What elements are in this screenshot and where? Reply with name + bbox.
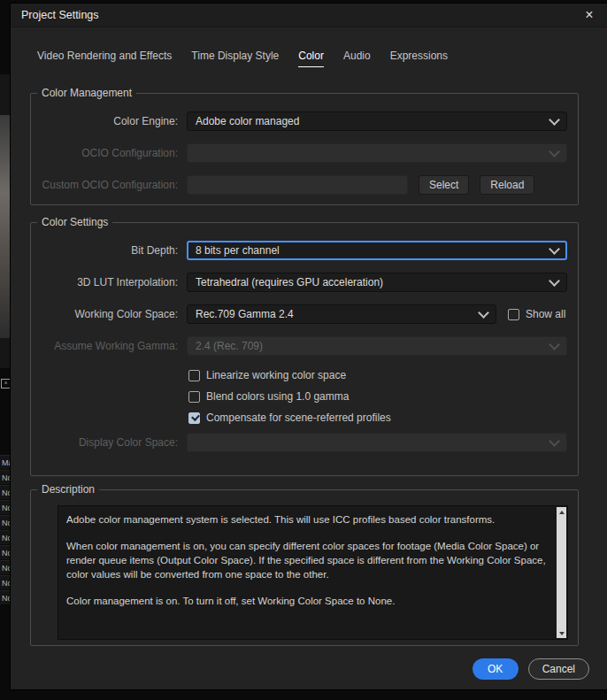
background-text-fragment: Ma [0, 455, 11, 469]
background-tiny-icon: × [1, 379, 11, 388]
description-scrollbar[interactable] [557, 507, 566, 638]
lut-interpolation-value: Tetrahedral (requires GPU acceleration) [196, 276, 383, 288]
show-all-checkbox[interactable] [508, 309, 519, 320]
tab-video-rendering[interactable]: Video Rendering and Effects [37, 50, 172, 67]
background-app-strip: × Ma No No No No No No No No No [0, 0, 11, 700]
linearize-checkbox[interactable] [188, 370, 200, 381]
tab-audio[interactable]: Audio [343, 50, 371, 67]
chevron-down-icon [549, 339, 560, 350]
description-textarea: Adobe color management system is selecte… [58, 505, 568, 640]
tab-color[interactable]: Color [298, 50, 324, 67]
assume-gamma-dropdown: 2.4 (Rec. 709) [187, 336, 567, 356]
background-text-fragment: No [0, 530, 11, 544]
background-text-fragment: No [0, 485, 11, 499]
bit-depth-dropdown[interactable]: 8 bits per channel [187, 241, 567, 260]
background-text-fragment: No [0, 500, 11, 514]
background-text-fragment: No [0, 515, 11, 529]
select-button[interactable]: Select [419, 175, 469, 195]
tab-time-display[interactable]: Time Display Style [191, 50, 279, 67]
screen: × Ma No No No No No No No No No Project … [0, 0, 607, 700]
tab-expressions[interactable]: Expressions [390, 50, 448, 67]
scrollbar-thumb[interactable] [557, 517, 566, 628]
assume-gamma-row: Assume Working Gamma: 2.4 (Rec. 709) [31, 336, 567, 356]
chevron-down-icon [549, 275, 560, 287]
chevron-down-icon [549, 243, 560, 255]
description-paragraph: When color management is on, you can spe… [66, 539, 549, 581]
working-color-space-row: Working Color Space: Rec.709 Gamma 2.4 S… [31, 304, 567, 324]
lut-interpolation-dropdown[interactable]: Tetrahedral (requires GPU acceleration) [187, 273, 567, 292]
description-paragraph: Adobe color management system is selecte… [66, 512, 549, 527]
chevron-down-icon [549, 114, 560, 126]
color-engine-dropdown[interactable]: Adobe color managed [187, 112, 567, 131]
working-color-space-value: Rec.709 Gamma 2.4 [196, 308, 294, 320]
linearize-label: Linearize working color space [206, 369, 346, 381]
ocio-config-dropdown [187, 143, 567, 163]
blend-gamma-option: Blend colors using 1.0 gamma [188, 389, 578, 404]
tab-bar: Video Rendering and Effects Time Display… [37, 50, 448, 67]
project-settings-dialog: Project Settings × Video Rendering and E… [11, 4, 607, 689]
linearize-option: Linearize working color space [188, 368, 578, 382]
assume-gamma-label: Assume Working Gamma: [31, 340, 178, 352]
group-legend: Description [37, 483, 99, 496]
display-color-space-dropdown [187, 433, 567, 452]
chevron-down-icon [478, 307, 489, 319]
description-paragraph: Color management is on. To turn it off, … [66, 594, 549, 608]
lut-interpolation-row: 3D LUT Interpolation: Tetrahedral (requi… [31, 273, 567, 292]
blend-gamma-label: Blend colors using 1.0 gamma [206, 390, 349, 403]
lut-interpolation-label: 3D LUT Interpolation: [31, 276, 178, 288]
color-management-group: Color Management Color Engine: Adobe col… [30, 93, 579, 205]
chevron-down-icon [549, 435, 560, 447]
working-color-space-label: Working Color Space: [31, 308, 178, 320]
ok-button[interactable]: OK [473, 658, 519, 680]
scroll-up-arrow-icon[interactable] [557, 507, 566, 517]
display-color-space-row: Display Color Space: [31, 433, 567, 452]
assume-gamma-value: 2.4 (Rec. 709) [196, 340, 263, 352]
dialog-title: Project Settings [21, 9, 99, 21]
reload-button[interactable]: Reload [480, 175, 534, 195]
bit-depth-row: Bit Depth: 8 bits per channel [31, 241, 567, 260]
compensate-label: Compensate for scene-referred profiles [206, 412, 391, 424]
bit-depth-label: Bit Depth: [31, 244, 178, 257]
custom-ocio-input [187, 175, 408, 195]
background-text-fragment: No [0, 560, 11, 574]
background-image-sliver [0, 115, 11, 338]
background-text-fragment: No [0, 470, 11, 484]
color-engine-label: Color Engine: [31, 115, 178, 127]
working-color-space-dropdown[interactable]: Rec.709 Gamma 2.4 [187, 304, 496, 324]
background-text-fragment: No [0, 545, 11, 559]
group-legend: Color Management [37, 87, 136, 99]
display-color-space-label: Display Color Space: [31, 436, 178, 449]
compensate-checkbox[interactable] [188, 412, 200, 424]
description-group: Description Adobe color management syste… [30, 489, 579, 646]
custom-ocio-label: Custom OCIO Configuration: [31, 179, 178, 191]
color-engine-value: Adobe color managed [196, 115, 299, 127]
show-all-label: Show all [526, 308, 565, 320]
bit-depth-value: 8 bits per channel [196, 244, 280, 257]
close-icon[interactable]: × [580, 8, 598, 22]
ocio-config-row: OCIO Configuration: [31, 143, 567, 163]
title-bar: Project Settings × [11, 4, 607, 27]
color-engine-row: Color Engine: Adobe color managed [31, 112, 567, 131]
dialog-footer: OK Cancel [473, 658, 589, 680]
background-text-fragment: No [0, 575, 11, 589]
blend-gamma-checkbox[interactable] [188, 391, 200, 403]
chevron-down-icon [549, 146, 560, 158]
compensate-option: Compensate for scene-referred profiles [188, 411, 578, 425]
cancel-button[interactable]: Cancel [528, 658, 589, 680]
background-text-fragment: No [0, 590, 11, 604]
color-settings-group: Color Settings Bit Depth: 8 bits per cha… [30, 222, 579, 476]
ocio-config-label: OCIO Configuration: [31, 147, 178, 159]
show-all-option: Show all [508, 308, 565, 320]
group-legend: Color Settings [37, 216, 112, 228]
custom-ocio-row: Custom OCIO Configuration: Select Reload [31, 175, 567, 195]
scroll-down-arrow-icon[interactable] [557, 628, 566, 638]
